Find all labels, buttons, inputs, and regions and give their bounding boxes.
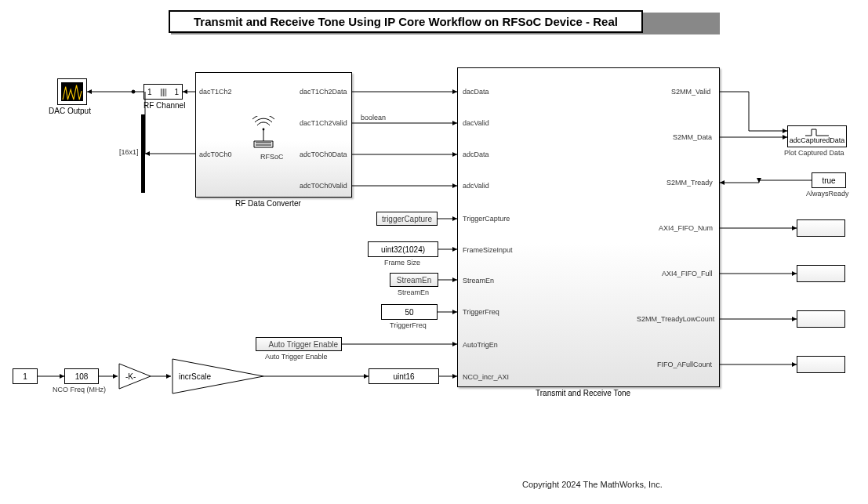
diagram-canvas: Transmit and Receive Tone Using IP Core … (0, 0, 868, 504)
signal-wires (0, 0, 868, 504)
svg-point-4 (132, 90, 135, 93)
copyright: Copyright 2024 The MathWorks, Inc. (522, 480, 663, 489)
